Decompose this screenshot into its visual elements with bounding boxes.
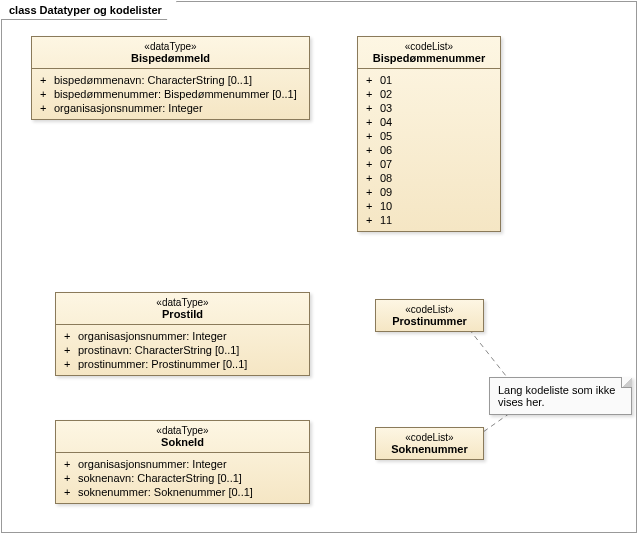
box-bispedommenummer: «codeList» Bispedømmenummer +01 +02 +03 … <box>357 36 501 232</box>
code-row: +08 <box>358 171 500 185</box>
attr-compartment: +organisasjonsnummer: Integer +soknenavn… <box>56 453 309 503</box>
code-row: +04 <box>358 115 500 129</box>
stereotype: «dataType» <box>38 41 303 52</box>
stereotype: «codeList» <box>364 41 494 52</box>
attr-compartment: +organisasjonsnummer: Integer +prostinav… <box>56 325 309 375</box>
stereotype: «dataType» <box>62 425 303 436</box>
class-name: ProstiId <box>62 308 303 320</box>
stereotype: «codeList» <box>382 304 477 315</box>
box-bispedomme-id: «dataType» BispedømmeId +bispedømmenavn:… <box>31 36 310 120</box>
box-prostinummer: «codeList» Prostinummer <box>375 299 484 332</box>
class-name: BispedømmeId <box>38 52 303 64</box>
code-row: +01 <box>358 73 500 87</box>
box-header: «codeList» Soknenummer <box>376 428 483 459</box>
class-name: Bispedømmenummer <box>364 52 494 64</box>
box-prosti-id: «dataType» ProstiId +organisasjonsnummer… <box>55 292 310 376</box>
attribute-row: +organisasjonsnummer: Integer <box>56 457 309 471</box>
code-row: +06 <box>358 143 500 157</box>
code-row: +10 <box>358 199 500 213</box>
attribute-row: +bispedømmenavn: CharacterString [0..1] <box>32 73 309 87</box>
box-header: «dataType» SokneId <box>56 421 309 453</box>
attribute-row: +prostinummer: Prostinummer [0..1] <box>56 357 309 371</box>
svg-line-0 <box>469 329 510 381</box>
attribute-row: +prostinavn: CharacterString [0..1] <box>56 343 309 357</box>
box-soknenummer: «codeList» Soknenummer <box>375 427 484 460</box>
code-row: +09 <box>358 185 500 199</box>
box-header: «codeList» Bispedømmenummer <box>358 37 500 69</box>
code-row: +05 <box>358 129 500 143</box>
note-text: Lang kodeliste som ikke vises her. <box>498 384 615 408</box>
code-row: +03 <box>358 101 500 115</box>
frame-title: class Datatyper og kodelister <box>1 1 177 20</box>
class-name: Soknenummer <box>382 443 477 455</box>
attribute-row: +soknenavn: CharacterString [0..1] <box>56 471 309 485</box>
diagram-frame: class Datatyper og kodelister «dataType»… <box>1 1 637 533</box>
stereotype: «codeList» <box>382 432 477 443</box>
code-compartment: +01 +02 +03 +04 +05 +06 +07 +08 +09 +10 … <box>358 69 500 231</box>
code-row: +07 <box>358 157 500 171</box>
box-header: «codeList» Prostinummer <box>376 300 483 331</box>
class-name: Prostinummer <box>382 315 477 327</box>
code-row: +02 <box>358 87 500 101</box>
stereotype: «dataType» <box>62 297 303 308</box>
box-header: «dataType» ProstiId <box>56 293 309 325</box>
attribute-row: +organisasjonsnummer: Integer <box>56 329 309 343</box>
class-name: SokneId <box>62 436 303 448</box>
box-header: «dataType» BispedømmeId <box>32 37 309 69</box>
note: Lang kodeliste som ikke vises her. <box>489 377 632 415</box>
box-sokne-id: «dataType» SokneId +organisasjonsnummer:… <box>55 420 310 504</box>
attribute-row: +organisasjonsnummer: Integer <box>32 101 309 115</box>
attribute-row: +bispedømmenummer: Bispedømmenummer [0..… <box>32 87 309 101</box>
attribute-row: +soknenummer: Soknenummer [0..1] <box>56 485 309 499</box>
code-row: +11 <box>358 213 500 227</box>
attr-compartment: +bispedømmenavn: CharacterString [0..1] … <box>32 69 309 119</box>
